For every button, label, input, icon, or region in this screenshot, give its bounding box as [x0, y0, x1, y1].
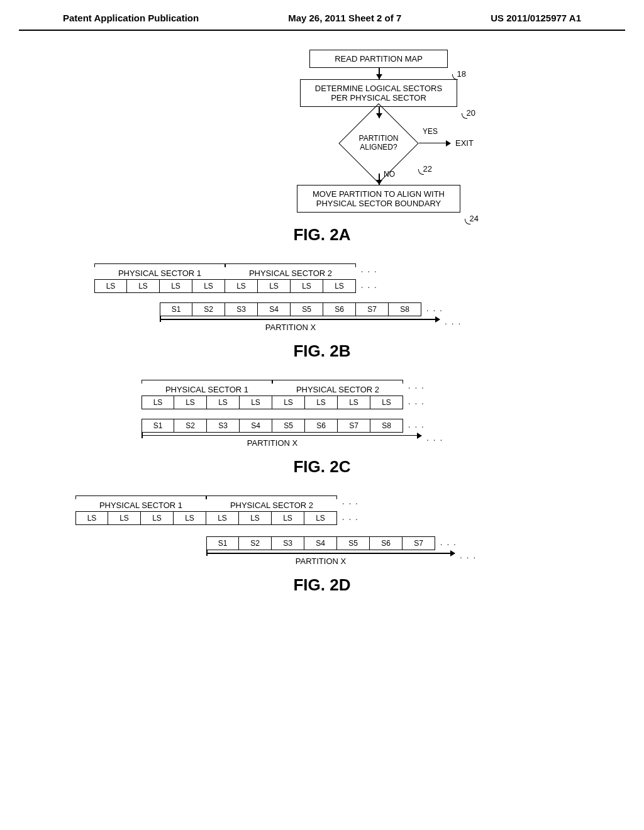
ls-cell: LS	[338, 396, 370, 409]
s-cell: S1	[160, 302, 192, 316]
flow-step-move-num: 24	[470, 214, 479, 223]
s-cell: S2	[174, 419, 207, 433]
header-center: May 26, 2011 Sheet 2 of 7	[288, 13, 401, 23]
ls-cell: LS	[108, 511, 141, 525]
dots: . . .	[445, 318, 462, 326]
s-cell: S8	[389, 302, 421, 316]
diagram-2d: PHYSICAL SECTOR 1 PHYSICAL SECTOR 2 . . …	[75, 495, 606, 566]
dots: . . .	[435, 536, 462, 550]
s-row: S1 S2 S3 S4 S5 S6 S7 S8 . . .	[160, 302, 606, 316]
page-content: READ PARTITION MAP 18 DETERMINE LOGICAL …	[0, 50, 644, 595]
dots: . . .	[356, 279, 383, 293]
yes-label: YES	[423, 127, 438, 136]
s-row: S1 S2 S3 S4 S5 S6 S7 S8 . . .	[142, 419, 606, 433]
s-cell: S3	[272, 536, 304, 550]
flow-step-move-l2: PHYSICAL SECTOR BOUNDARY	[316, 199, 441, 208]
arrow-right-icon	[419, 143, 450, 144]
s-cell: S3	[207, 419, 240, 433]
fig-label-2c: FIG. 2C	[38, 457, 606, 477]
partition-arrow	[160, 319, 440, 320]
flow-step-move-l1: MOVE PARTITION TO ALIGN WITH	[313, 189, 445, 199]
phys-sector-1: PHYSICAL SECTOR 1	[142, 380, 272, 394]
s-cell: S3	[225, 302, 258, 316]
s-cell: S7	[402, 536, 435, 550]
partition-label: PARTITION X	[142, 438, 403, 448]
ls-cell: LS	[75, 511, 108, 525]
ls-row: LS LS LS LS LS LS LS LS . . .	[94, 279, 606, 293]
fig-label-2a: FIG. 2A	[38, 225, 606, 245]
s-cell: S8	[370, 419, 403, 433]
s-cell: S5	[291, 302, 323, 316]
phys-sector-1: PHYSICAL SECTOR 1	[94, 263, 225, 278]
s-cell: S7	[338, 419, 370, 433]
flow-decision-num: 22	[423, 164, 432, 174]
s-cell: S4	[258, 302, 291, 316]
flow-step-determine-l2: PER PHYSICAL SECTOR	[331, 93, 426, 102]
ls-cell: LS	[272, 511, 304, 525]
partition-label: PARTITION X	[160, 323, 421, 332]
phys-sector-2: PHYSICAL SECTOR 2	[225, 263, 356, 278]
s-cell: S5	[337, 536, 370, 550]
s-cell: S2	[239, 536, 272, 550]
ls-cell: LS	[240, 396, 272, 409]
flow-step-read-text: READ PARTITION MAP	[335, 54, 423, 64]
page-header: Patent Application Publication May 26, 2…	[0, 0, 644, 30]
ls-cell: LS	[174, 396, 207, 409]
ls-cell: LS	[323, 279, 356, 293]
ls-row: LS LS LS LS LS LS LS LS . . .	[142, 396, 606, 409]
dots: . . .	[421, 302, 448, 316]
flow-step-move: MOVE PARTITION TO ALIGN WITH PHYSICAL SE…	[297, 185, 460, 213]
exit-label: EXIT	[455, 138, 474, 148]
flow-step-determine-l1: DETERMINE LOGICAL SECTORS	[315, 84, 442, 93]
flow-decision-text: PARTITION ALIGNED?	[335, 134, 423, 152]
ls-cell: LS	[127, 279, 160, 293]
diagram-2c: PHYSICAL SECTOR 1 PHYSICAL SECTOR 2 . . …	[142, 380, 606, 448]
fig-label-2d: FIG. 2D	[38, 575, 606, 595]
ls-cell: LS	[258, 279, 291, 293]
s-cell: S6	[305, 419, 338, 433]
s-cell: S6	[323, 302, 356, 316]
fig-label-2b: FIG. 2B	[38, 341, 606, 361]
diagram-2b: PHYSICAL SECTOR 1 PHYSICAL SECTOR 2 . . …	[94, 263, 606, 332]
s-cell: S7	[356, 302, 389, 316]
ls-cell: LS	[207, 396, 240, 409]
partition-arrow	[206, 553, 455, 554]
phys-labels-row: PHYSICAL SECTOR 1 PHYSICAL SECTOR 2 . . …	[75, 495, 606, 510]
dots: . . .	[356, 263, 383, 278]
phys-sector-2: PHYSICAL SECTOR 2	[206, 495, 337, 510]
s-cell: S1	[206, 536, 239, 550]
phys-labels-row: PHYSICAL SECTOR 1 PHYSICAL SECTOR 2 . . …	[94, 263, 606, 278]
ls-cell: LS	[291, 279, 323, 293]
no-label: NO	[384, 170, 395, 179]
s-cell: S6	[370, 536, 402, 550]
flow-step-read: READ PARTITION MAP 18	[309, 50, 448, 68]
ls-cell: LS	[370, 396, 403, 409]
ls-cell: LS	[225, 279, 258, 293]
dots: . . .	[403, 396, 430, 409]
flow-decision: PARTITION ALIGNED? 22 YES EXIT NO	[335, 118, 423, 169]
ls-cell: LS	[305, 396, 338, 409]
ls-cell: LS	[142, 396, 174, 409]
dots: . . .	[403, 419, 430, 433]
ls-cell: LS	[192, 279, 225, 293]
ls-cell: LS	[141, 511, 174, 525]
ls-cell: LS	[206, 511, 239, 525]
s-cell: S1	[142, 419, 174, 433]
phys-labels-row: PHYSICAL SECTOR 1 PHYSICAL SECTOR 2 . . …	[142, 380, 606, 394]
partition-label: PARTITION X	[206, 556, 435, 566]
ls-cell: LS	[94, 279, 127, 293]
partition-arrow	[142, 435, 421, 436]
phys-sector-1: PHYSICAL SECTOR 1	[75, 495, 206, 510]
dots: . . .	[403, 380, 430, 394]
header-divider	[19, 30, 625, 31]
dots: . . .	[426, 434, 443, 443]
ls-cell: LS	[174, 511, 206, 525]
ls-cell: LS	[160, 279, 192, 293]
ls-cell: LS	[239, 511, 272, 525]
dots: . . .	[337, 511, 364, 525]
flow-step-read-num: 18	[457, 69, 466, 79]
ls-cell: LS	[304, 511, 337, 525]
s-cell: S4	[304, 536, 337, 550]
header-left: Patent Application Publication	[63, 13, 199, 23]
ls-row: LS LS LS LS LS LS LS LS . . .	[75, 511, 606, 525]
